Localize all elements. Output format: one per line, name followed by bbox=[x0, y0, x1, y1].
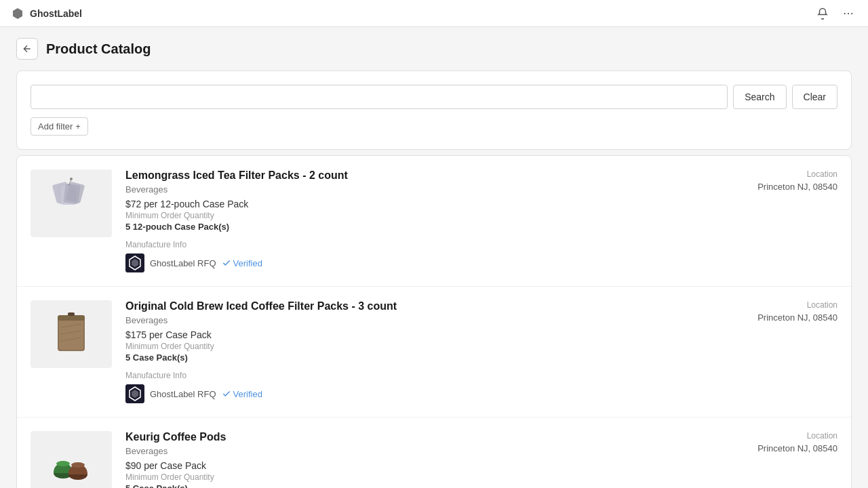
svg-point-1 bbox=[848, 12, 849, 14]
table-row[interactable]: Lemongrass Iced Tea Filter Packs - 2 cou… bbox=[17, 156, 851, 287]
plus-icon: + bbox=[75, 121, 81, 131]
product-name: Original Cold Brew Iced Coffee Filter Pa… bbox=[125, 300, 715, 312]
product-location: Location Princeton NJ, 08540 bbox=[729, 431, 837, 453]
top-nav-bar: GhostLabel bbox=[0, 0, 868, 27]
search-row: Search Clear bbox=[31, 85, 837, 109]
product-category: Beverages bbox=[125, 446, 715, 456]
location-label: Location bbox=[729, 300, 837, 310]
page-title: Product Catalog bbox=[46, 41, 151, 57]
ellipsis-icon bbox=[842, 7, 854, 20]
product-moq-label: Minimum Order Quantity bbox=[125, 211, 715, 220]
svg-point-9 bbox=[70, 178, 73, 180]
product-image bbox=[31, 431, 112, 488]
top-bar-left: GhostLabel bbox=[11, 7, 82, 20]
search-button[interactable]: Search bbox=[733, 85, 786, 109]
checkmark-icon bbox=[222, 389, 231, 399]
clear-button[interactable]: Clear bbox=[792, 85, 837, 109]
top-bar-right bbox=[814, 5, 857, 22]
product-image bbox=[31, 169, 112, 237]
product-moq-value: 5 12-pouch Case Pack(s) bbox=[125, 222, 715, 232]
manufacturer-name: GhostLabel RFQ bbox=[150, 389, 216, 399]
checkmark-icon bbox=[222, 258, 231, 268]
svg-rect-19 bbox=[68, 312, 75, 316]
location-value: Princeton NJ, 08540 bbox=[729, 182, 837, 192]
table-row[interactable]: Original Cold Brew Iced Coffee Filter Pa… bbox=[17, 287, 851, 418]
product-moq-label: Minimum Order Quantity bbox=[125, 342, 715, 351]
app-logo-icon bbox=[11, 7, 24, 20]
main-content: Search Clear Add filter + bbox=[0, 70, 868, 488]
location-value: Princeton NJ, 08540 bbox=[729, 443, 837, 453]
manufacturer-row: GhostLabel RFQ Verified bbox=[125, 384, 715, 403]
product-details: Original Cold Brew Iced Coffee Filter Pa… bbox=[125, 300, 715, 403]
svg-point-24 bbox=[56, 461, 70, 466]
product-details: Keurig Coffee Pods Beverages $90 per Cas… bbox=[125, 431, 715, 488]
manufacturer-logo bbox=[125, 253, 144, 272]
product-moq-label: Minimum Order Quantity bbox=[125, 472, 715, 482]
bell-icon bbox=[816, 7, 829, 20]
add-filter-label: Add filter bbox=[38, 121, 73, 131]
search-input[interactable] bbox=[31, 85, 728, 109]
product-price: $175 per Case Pack bbox=[125, 329, 715, 340]
product-name: Keurig Coffee Pods bbox=[125, 431, 715, 443]
product-details: Lemongrass Iced Tea Filter Packs - 2 cou… bbox=[125, 169, 715, 272]
back-arrow-icon bbox=[22, 43, 33, 54]
product-image bbox=[31, 300, 112, 368]
product-category: Beverages bbox=[125, 315, 715, 325]
verified-badge: Verified bbox=[222, 389, 262, 399]
manufacture-info-label: Manufacture Info bbox=[125, 371, 715, 380]
svg-point-2 bbox=[851, 12, 852, 14]
svg-point-0 bbox=[844, 12, 846, 14]
product-location: Location Princeton NJ, 08540 bbox=[729, 169, 837, 192]
product-moq-value: 5 Case Pack(s) bbox=[125, 483, 715, 488]
manufacture-info-label: Manufacture Info bbox=[125, 240, 715, 249]
more-options-button[interactable] bbox=[840, 5, 857, 22]
product-moq-value: 5 Case Pack(s) bbox=[125, 352, 715, 363]
product-price: $90 per Case Pack bbox=[125, 460, 715, 471]
product-price: $72 per 12-pouch Case Pack bbox=[125, 199, 715, 209]
manufacturer-logo bbox=[125, 384, 144, 403]
table-row[interactable]: Keurig Coffee Pods Beverages $90 per Cas… bbox=[17, 418, 851, 488]
svg-point-26 bbox=[71, 462, 85, 468]
search-container: Search Clear Add filter + bbox=[16, 70, 852, 150]
product-location: Location Princeton NJ, 08540 bbox=[729, 300, 837, 323]
verified-badge: Verified bbox=[222, 258, 262, 268]
product-list: Lemongrass Iced Tea Filter Packs - 2 cou… bbox=[16, 155, 852, 488]
filter-row: Add filter + bbox=[31, 117, 837, 136]
location-label: Location bbox=[729, 431, 837, 441]
page-header: Product Catalog bbox=[0, 27, 868, 70]
location-value: Princeton NJ, 08540 bbox=[729, 312, 837, 323]
back-button[interactable] bbox=[16, 38, 38, 60]
add-filter-button[interactable]: Add filter + bbox=[31, 117, 88, 136]
app-name-label: GhostLabel bbox=[30, 8, 82, 19]
product-category: Beverages bbox=[125, 184, 715, 195]
product-name: Lemongrass Iced Tea Filter Packs - 2 cou… bbox=[125, 169, 715, 182]
location-label: Location bbox=[729, 169, 837, 179]
notification-icon-button[interactable] bbox=[814, 5, 831, 22]
manufacturer-name: GhostLabel RFQ bbox=[150, 258, 216, 268]
svg-rect-15 bbox=[58, 315, 85, 321]
manufacturer-row: GhostLabel RFQ Verified bbox=[125, 253, 715, 272]
